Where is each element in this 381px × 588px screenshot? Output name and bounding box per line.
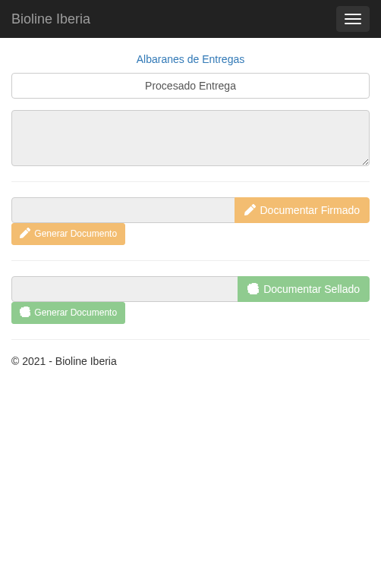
documentar-sellado-button[interactable]: Documentar Sellado	[238, 276, 370, 302]
divider	[11, 339, 370, 340]
page-title-link[interactable]: Albaranes de Entregas	[137, 53, 244, 65]
documentar-sellado-label: Documentar Sellado	[263, 283, 360, 295]
pencil-icon	[20, 228, 30, 238]
footer: © 2021 - Bioline Iberia	[11, 355, 370, 367]
generar-documento-firmado-label: Generar Documento	[34, 228, 117, 239]
pencil-icon	[244, 204, 256, 215]
notes-textarea[interactable]	[11, 110, 370, 166]
divider	[11, 260, 370, 261]
sellado-file-input[interactable]	[11, 276, 238, 302]
generar-documento-sellado-label: Generar Documento	[34, 307, 117, 318]
brand-link[interactable]: Bioline Iberia	[11, 0, 90, 38]
documentar-firmado-label: Documentar Firmado	[260, 204, 361, 216]
navbar: Bioline Iberia	[0, 0, 381, 38]
hamburger-icon	[345, 18, 361, 20]
divider	[11, 181, 370, 182]
generar-documento-sellado-button[interactable]: Generar Documento	[11, 302, 125, 324]
generar-documento-firmado-button[interactable]: Generar Documento	[11, 223, 125, 245]
hamburger-icon	[345, 14, 361, 15]
certificate-icon	[247, 283, 259, 294]
certificate-icon	[20, 307, 30, 317]
footer-text: © 2021 - Bioline Iberia	[11, 355, 370, 367]
page-title: Albaranes de Entregas	[11, 53, 370, 65]
documentar-firmado-button[interactable]: Documentar Firmado	[235, 197, 370, 223]
navbar-toggle-button[interactable]	[336, 6, 370, 32]
procesado-entrega-input[interactable]	[11, 73, 370, 99]
firmado-file-input[interactable]	[11, 197, 235, 223]
hamburger-icon	[345, 23, 361, 24]
